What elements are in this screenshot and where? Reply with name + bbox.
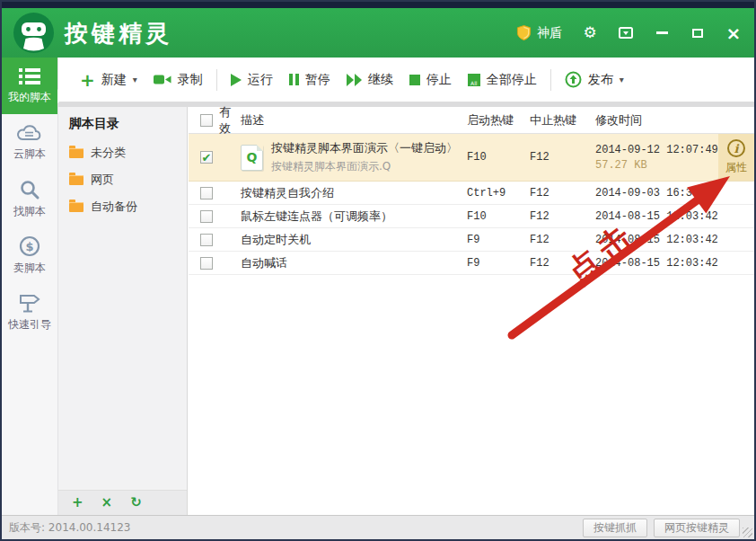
sidebar-item-cloud-scripts[interactable]: 云脚本 [2,114,57,171]
settings-button[interactable]: ⚙ [582,25,598,41]
sidebar-item-my-scripts[interactable]: 我的脚本 [2,58,57,114]
column-header-valid: 有效 [219,104,241,137]
folder-icon [69,175,84,185]
table-row[interactable]: 自动定时关机 F9 F12 2014-08-15 12:03:42 [189,228,754,252]
stop-button[interactable]: 停止 [401,67,460,93]
directory-actions-bar: + × ↻ [58,490,187,515]
maximize-icon [692,29,703,38]
web-quickmacro-button[interactable]: 网页按键精灵 [654,519,740,537]
script-filename: 按键精灵脚本界面演示.Q [271,159,458,174]
delete-folder-button[interactable]: × [101,496,113,510]
start-hotkey: Ctrl+9 [467,187,530,200]
row-checkbox[interactable] [200,210,213,223]
status-bar: 版本号: 2014.00.14123 按键抓抓 网页按键精灵 [2,515,754,539]
refresh-button[interactable]: ↻ [130,496,142,510]
table-header-row: 有效 描述 启动热键 中止热键 修改时间 [189,107,754,134]
toolbar-separator [216,69,217,91]
file-size: 57.27 KB [595,159,718,172]
resize-grip[interactable] [743,528,752,537]
publish-icon [565,71,582,88]
start-hotkey: F10 [467,210,530,223]
column-header-modified-time: 修改时间 [595,113,642,127]
check-icon: ✔ [202,152,212,164]
button-label: 新建 [101,72,127,88]
modified-time: 2014-08-15 12:03:42 [595,257,718,270]
table-row[interactable]: 鼠标左键连点器（可调频率） F10 F12 2014-08-15 12:03:4… [189,205,754,228]
folder-item-web[interactable]: 网页 [58,166,187,193]
button-label: 停止 [426,72,452,88]
gear-icon: ⚙ [583,25,596,40]
properties-label: 属性 [725,160,747,175]
modified-time: 2014-08-15 12:03:42 [595,210,718,223]
record-button[interactable]: 录制 [145,67,211,93]
table-row[interactable]: 按键精灵自我介绍 Ctrl+9 F12 2014-09-03 16:35:5 [189,182,754,205]
button-label: 暂停 [305,72,330,88]
camera-icon [154,73,171,86]
script-title: 按键精灵自我介绍 [241,185,334,201]
sidebar-item-label: 云脚本 [13,146,46,162]
row-checkbox[interactable] [200,187,213,200]
sidebar-item-find-scripts[interactable]: 找脚本 [2,171,57,227]
version-label: 版本号: 2014.00.14123 [2,520,130,536]
directory-title: 脚本目录 [58,107,187,139]
new-script-button[interactable]: + 新建 ▾ [72,67,145,93]
abort-hotkey: F12 [530,210,595,223]
button-label: 运行 [248,72,273,88]
folder-item-auto-backup[interactable]: 自动备份 [58,193,187,220]
script-table: 有效 描述 启动热键 中止热键 修改时间 ✔ Q 按键精灵脚本界面演示〈一键启动… [189,107,754,515]
abort-hotkey: F12 [530,234,595,246]
toolbar-separator [550,69,551,91]
properties-button[interactable]: i 属性 [718,134,754,181]
table-row[interactable]: 自动喊话 F9 F12 2014-08-15 12:03:42 [189,252,754,275]
abort-hotkey: F12 [530,187,595,200]
modified-time: 2014-09-03 16:35:5 [595,187,718,200]
publish-button[interactable]: 发布 ▾ [557,66,632,93]
close-button[interactable]: × [725,25,742,41]
fast-forward-icon [347,74,362,86]
shield-badge[interactable]: 神盾 [516,24,562,41]
sidebar-item-label: 我的脚本 [8,90,51,105]
stop-icon [409,75,420,85]
continue-button[interactable]: 继续 [338,67,401,93]
table-row-selected[interactable]: ✔ Q 按键精灵脚本界面演示〈一键启动〉 按键精灵脚本界面演示.Q F10 F1… [189,134,754,182]
modified-time: 2014-09-12 12:07:49 [595,144,718,156]
button-label: 继续 [368,72,393,88]
info-icon: i [727,139,745,157]
pause-button[interactable]: 暂停 [281,67,338,93]
add-folder-button[interactable]: + [72,496,84,510]
maximize-button[interactable] [690,25,706,41]
app-title: 按键精灵 [65,18,172,49]
minimize-button[interactable] [654,25,670,41]
panel-dropdown-icon [619,27,633,39]
play-icon [231,74,242,86]
sidebar-item-quick-guide[interactable]: 快速引导 [2,284,57,341]
minimize-icon [656,31,668,34]
button-label: 录制 [178,72,203,88]
folder-label: 未分类 [91,145,126,161]
sidebar-item-label: 找脚本 [13,204,46,219]
search-icon [19,179,40,200]
select-all-checkbox[interactable] [200,114,213,127]
sidebar-item-sell-scripts[interactable]: $ 卖脚本 [2,227,57,284]
script-title: 自动喊话 [241,255,287,271]
start-hotkey: F9 [467,257,530,270]
script-title: 自动定时关机 [241,232,311,248]
folder-item-uncategorized[interactable]: 未分类 [58,139,187,166]
row-checkbox-checked[interactable]: ✔ [200,151,213,164]
run-button[interactable]: 运行 [223,67,281,93]
stop-all-icon: All [468,74,480,86]
column-header-start-hotkey: 启动热键 [467,113,514,127]
modified-time: 2014-08-15 12:03:42 [595,234,718,246]
script-title: 鼠标左键连点器（可调频率） [241,208,392,225]
row-checkbox[interactable] [200,234,213,246]
chevron-down-icon: ▾ [133,75,137,84]
key-spy-button[interactable]: 按键抓抓 [583,519,647,537]
stop-all-button[interactable]: All 全部停止 [460,67,545,93]
pause-icon [289,74,299,85]
row-checkbox[interactable] [200,257,213,270]
folder-label: 自动备份 [91,199,137,215]
skin-panel-button[interactable] [618,25,634,41]
button-label: 发布 [588,72,613,88]
abort-hotkey: F12 [530,151,595,164]
window-top-strip [2,2,754,8]
